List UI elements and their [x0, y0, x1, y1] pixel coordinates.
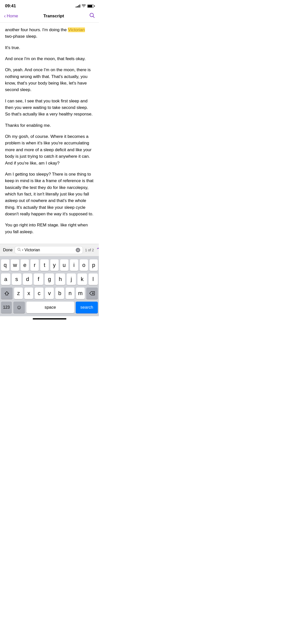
- wifi-icon: [82, 4, 86, 8]
- signal-icon: [76, 5, 80, 8]
- key-x[interactable]: x: [24, 288, 33, 299]
- find-magnifier-icon: [17, 248, 21, 252]
- space-key[interactable]: space: [26, 302, 74, 313]
- key-e[interactable]: e: [21, 259, 29, 271]
- find-input[interactable]: [24, 248, 75, 252]
- key-a[interactable]: a: [1, 273, 10, 285]
- key-c[interactable]: c: [35, 288, 44, 299]
- key-h[interactable]: h: [56, 273, 65, 285]
- key-k[interactable]: k: [77, 273, 87, 285]
- nav-bar: ‹ Home Transcript: [0, 11, 99, 23]
- paragraph-9: You go right into REM stage. like right …: [5, 222, 94, 235]
- key-r[interactable]: r: [30, 259, 39, 271]
- battery-icon: [87, 5, 94, 8]
- svg-line-3: [20, 250, 21, 251]
- delete-key[interactable]: [86, 288, 98, 299]
- home-indicator: [33, 318, 66, 319]
- paragraph-1: another four hours. I'm doing the Victor…: [5, 27, 94, 40]
- key-p[interactable]: p: [90, 259, 98, 271]
- key-v[interactable]: v: [45, 288, 54, 299]
- back-chevron-icon: ‹: [4, 13, 6, 19]
- key-b[interactable]: b: [55, 288, 64, 299]
- paragraph-7: Oh my gosh, of course. Where it becomes …: [5, 133, 94, 167]
- numbers-key[interactable]: 123: [1, 302, 12, 313]
- search-button[interactable]: [89, 13, 95, 19]
- key-u[interactable]: u: [60, 259, 68, 271]
- status-icons: [76, 4, 94, 8]
- status-time: 09:41: [5, 4, 16, 9]
- key-l[interactable]: l: [89, 273, 98, 285]
- key-q[interactable]: q: [1, 259, 9, 271]
- back-label: Home: [7, 14, 18, 19]
- transcript-content: another four hours. I'm doing the Victor…: [0, 23, 99, 244]
- find-counter: 1 of 2: [85, 248, 94, 252]
- keyboard: qwertyuiop asdfghjkl z x c v b n m 123 ☺…: [0, 256, 99, 316]
- key-w[interactable]: w: [11, 259, 19, 271]
- shift-key[interactable]: [1, 288, 13, 299]
- key-s[interactable]: s: [12, 273, 21, 285]
- paragraph-4: Oh, yeah. And once I'm on the moon, ther…: [5, 67, 94, 93]
- keyboard-row-1: qwertyuiop: [1, 259, 98, 271]
- key-t[interactable]: t: [40, 259, 49, 271]
- find-bar: Done ▾ × 1 of 2 ⌃ ⌄: [0, 244, 99, 256]
- key-m[interactable]: m: [76, 288, 85, 299]
- paragraph-8: Am I getting too sleepy? There is one th…: [5, 171, 94, 217]
- key-f[interactable]: f: [34, 273, 43, 285]
- find-navigation-buttons: ⌃ ⌄: [96, 247, 99, 253]
- paragraph-3: And once I'm on the moon, that feels oka…: [5, 56, 94, 62]
- back-button[interactable]: ‹ Home: [4, 13, 18, 19]
- find-input-wrapper: ▾ ×: [15, 246, 83, 254]
- svg-line-1: [93, 16, 94, 18]
- highlight-victorian: Victorian: [68, 27, 85, 32]
- search-key[interactable]: search: [76, 302, 98, 313]
- keyboard-row-3: z x c v b n m: [1, 288, 98, 299]
- find-previous-button[interactable]: ⌃: [96, 247, 99, 253]
- find-done-button[interactable]: Done: [3, 248, 13, 252]
- keyboard-row-2: asdfghjkl: [1, 273, 98, 285]
- key-z[interactable]: z: [14, 288, 23, 299]
- key-j[interactable]: j: [67, 273, 76, 285]
- key-y[interactable]: y: [50, 259, 59, 271]
- find-chevron-icon: ▾: [22, 248, 23, 252]
- find-clear-button[interactable]: ×: [76, 248, 80, 252]
- paragraph-2: It's true.: [5, 45, 94, 51]
- home-indicator-area: [0, 316, 99, 320]
- page-title: Transcript: [43, 14, 64, 19]
- key-n[interactable]: n: [66, 288, 74, 299]
- paragraph-5: I can see, I see that you took first sle…: [5, 98, 94, 118]
- key-g[interactable]: g: [45, 273, 54, 285]
- paragraph-6: Thanks for enabling me.: [5, 122, 94, 129]
- keyboard-bottom-row: 123 ☺ space search: [1, 302, 98, 313]
- key-i[interactable]: i: [70, 259, 78, 271]
- key-d[interactable]: d: [23, 273, 32, 285]
- key-o[interactable]: o: [80, 259, 88, 271]
- emoji-key[interactable]: ☺: [13, 302, 25, 313]
- status-bar: 09:41: [0, 0, 99, 11]
